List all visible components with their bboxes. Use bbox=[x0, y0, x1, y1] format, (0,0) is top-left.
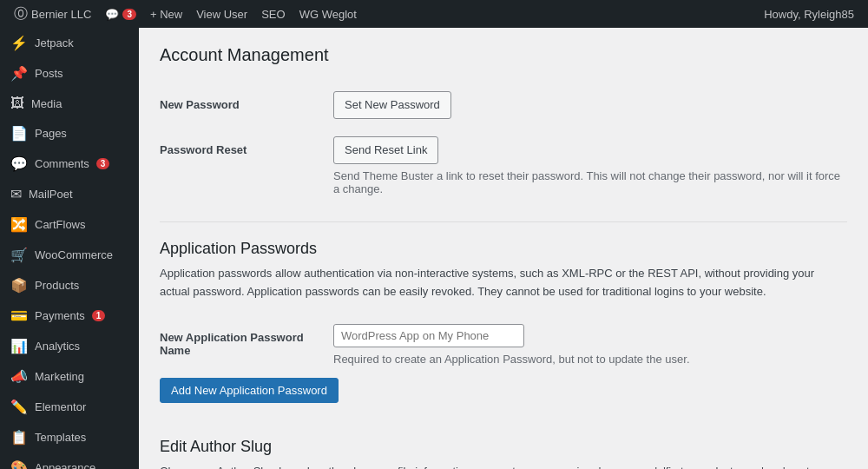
password-reset-desc: Send Theme Buster a link to reset their … bbox=[333, 169, 847, 195]
sidebar-label-jetpack: Jetpack bbox=[35, 36, 74, 50]
admin-bar-new[interactable]: + New bbox=[143, 0, 189, 28]
mailpoet-icon: ✉ bbox=[10, 186, 22, 202]
admin-bar-comments[interactable]: 💬 3 bbox=[98, 0, 143, 28]
edit-slug-desc: Choose an Author Slug based on the above… bbox=[160, 463, 847, 469]
jetpack-icon: ⚡ bbox=[10, 35, 28, 51]
page-title: Account Management bbox=[160, 45, 847, 65]
new-label: + New bbox=[150, 8, 182, 21]
password-reset-row: Password Reset Send Reset Link Send Them… bbox=[160, 128, 847, 204]
sidebar-item-jetpack[interactable]: ⚡ Jetpack bbox=[0, 28, 139, 58]
admin-bar-howdy[interactable]: Howdy, Ryleigh85 bbox=[757, 0, 861, 28]
wp-icon: ⓪ bbox=[14, 5, 28, 23]
sidebar-label-woocommerce: WooCommerce bbox=[35, 248, 113, 261]
products-icon: 📦 bbox=[10, 277, 28, 294]
pages-icon: 📄 bbox=[10, 125, 28, 142]
new-password-label: New Password bbox=[160, 83, 333, 128]
marketing-icon: 📣 bbox=[10, 368, 28, 385]
comments-icon: 💬 bbox=[10, 155, 28, 172]
sidebar-label-payments: Payments bbox=[35, 309, 85, 322]
comments-count-badge: 3 bbox=[96, 158, 110, 169]
password-reset-label: Password Reset bbox=[160, 128, 333, 204]
appearance-icon: 🎨 bbox=[10, 459, 28, 469]
app-password-desc: Required to create an Application Passwo… bbox=[333, 353, 847, 366]
sidebar-label-posts: Posts bbox=[35, 67, 63, 80]
templates-icon: 📋 bbox=[10, 429, 28, 446]
analytics-icon: 📊 bbox=[10, 338, 28, 354]
sidebar-label-analytics: Analytics bbox=[35, 340, 80, 353]
sidebar-label-pages: Pages bbox=[35, 127, 67, 140]
weglot-label: WG Weglot bbox=[299, 8, 357, 21]
site-name: Bernier LLC bbox=[31, 8, 91, 21]
divider-1 bbox=[160, 221, 847, 222]
payments-icon: 💳 bbox=[10, 307, 28, 324]
sidebar-item-marketing[interactable]: 📣 Marketing bbox=[0, 361, 139, 392]
comments-badge: 3 bbox=[122, 9, 136, 20]
admin-bar-weglot[interactable]: WG Weglot bbox=[293, 0, 364, 28]
app-password-row: New Application Password Name Required t… bbox=[160, 315, 847, 374]
sidebar-label-elementor: Elementor bbox=[35, 400, 86, 413]
main-content: Account Management New Password Set New … bbox=[139, 28, 868, 469]
sidebar-item-appearance[interactable]: 🎨 Appearance bbox=[0, 452, 139, 469]
sidebar-item-payments[interactable]: 💳 Payments 1 bbox=[0, 301, 139, 331]
sidebar-item-products[interactable]: 📦 Products bbox=[0, 270, 139, 301]
sidebar-item-cartflows[interactable]: 🔀 CartFlows bbox=[0, 209, 139, 240]
media-icon: 🖼 bbox=[10, 96, 24, 111]
app-password-table: New Application Password Name Required t… bbox=[160, 315, 847, 374]
sidebar-item-elementor[interactable]: ✏️ Elementor bbox=[0, 392, 139, 422]
set-new-password-button[interactable]: Set New Password bbox=[333, 91, 451, 119]
posts-icon: 📌 bbox=[10, 65, 28, 82]
elementor-icon: ✏️ bbox=[10, 399, 28, 415]
sidebar-item-pages[interactable]: 📄 Pages bbox=[0, 118, 139, 149]
account-management-table: New Password Set New Password Password R… bbox=[160, 83, 847, 204]
edit-slug-title: Edit Author Slug bbox=[160, 438, 847, 456]
sidebar-item-posts[interactable]: 📌 Posts bbox=[0, 58, 139, 89]
sidebar-label-templates: Templates bbox=[35, 431, 86, 444]
admin-bar-seo[interactable]: SEO bbox=[254, 0, 292, 28]
add-new-app-password-button[interactable]: Add New Application Password bbox=[160, 378, 339, 403]
payments-badge: 1 bbox=[92, 310, 106, 321]
cartflows-icon: 🔀 bbox=[10, 216, 28, 233]
sidebar-item-woocommerce[interactable]: 🛒 WooCommerce bbox=[0, 240, 139, 270]
sidebar-item-comments[interactable]: 💬 Comments 3 bbox=[0, 149, 139, 179]
view-user-label: View User bbox=[196, 8, 247, 21]
sidebar-label-mailpoet: MailPoet bbox=[29, 188, 73, 201]
sidebar-label-products: Products bbox=[35, 279, 79, 292]
admin-bar-view-user[interactable]: View User bbox=[189, 0, 254, 28]
sidebar-item-templates[interactable]: 📋 Templates bbox=[0, 422, 139, 452]
new-password-row: New Password Set New Password bbox=[160, 83, 847, 128]
howdy-text: Howdy, Ryleigh85 bbox=[764, 8, 854, 21]
sidebar-label-cartflows: CartFlows bbox=[35, 218, 86, 231]
sidebar-item-analytics[interactable]: 📊 Analytics bbox=[0, 331, 139, 361]
sidebar-item-media[interactable]: 🖼 Media bbox=[0, 89, 139, 118]
app-password-name-input[interactable] bbox=[333, 324, 524, 347]
admin-bar: ⓪ Bernier LLC 💬 3 + New View User SEO WG… bbox=[0, 0, 868, 28]
app-password-name-label: New Application Password Name bbox=[160, 315, 333, 374]
woocommerce-icon: 🛒 bbox=[10, 247, 28, 263]
sidebar-label-media: Media bbox=[31, 97, 62, 110]
sidebar-label-comments: Comments bbox=[35, 157, 89, 170]
seo-label: SEO bbox=[261, 8, 285, 21]
admin-bar-site[interactable]: ⓪ Bernier LLC bbox=[7, 0, 98, 28]
sidebar: ⚡ Jetpack 📌 Posts 🖼 Media 📄 Pages 💬 Comm… bbox=[0, 28, 139, 469]
app-passwords-title: Application Passwords bbox=[160, 240, 847, 258]
app-passwords-desc: Application passwords allow authenticati… bbox=[160, 265, 847, 301]
send-reset-link-button[interactable]: Send Reset Link bbox=[333, 136, 438, 164]
sidebar-label-marketing: Marketing bbox=[35, 370, 84, 383]
comments-icon: 💬 bbox=[105, 8, 119, 21]
sidebar-item-mailpoet[interactable]: ✉ MailPoet bbox=[0, 179, 139, 209]
sidebar-label-appearance: Appearance bbox=[35, 461, 95, 469]
